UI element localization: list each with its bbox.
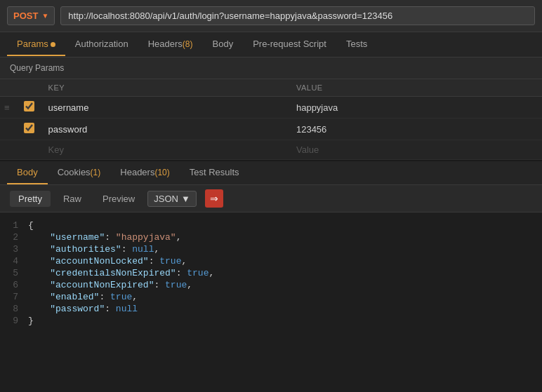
checkbox-col-header <box>17 79 41 97</box>
method-label: POST <box>13 11 38 21</box>
value-cell-2: 123456 <box>289 119 542 140</box>
value-cell-1: happyjava <box>289 97 542 119</box>
row-checkbox-2[interactable] <box>24 123 34 133</box>
tab-tests[interactable]: Tests <box>336 33 377 56</box>
value-placeholder[interactable]: Value <box>289 140 542 160</box>
drag-handle-icon <box>0 119 17 140</box>
json-line-7: 7 "enabled": true, <box>0 291 542 303</box>
key-cell-1: username <box>41 97 289 119</box>
json-line-8: 8 "password": null <box>0 303 542 315</box>
response-body: 1 { 2 "username": "happyjava", 3 "author… <box>0 212 542 392</box>
pretty-btn[interactable]: Pretty <box>10 191 51 207</box>
response-toolbar: Pretty Raw Preview JSON ▼ ⇒ <box>0 185 542 212</box>
tab-body[interactable]: Body <box>203 33 244 56</box>
tab-test-results[interactable]: Test Results <box>180 161 249 184</box>
tab-response-headers[interactable]: Headers(10) <box>110 161 179 184</box>
json-line-5: 5 "credentialsNonExpired": true, <box>0 267 542 279</box>
drag-handle-icon: ≡ <box>0 97 17 119</box>
raw-btn[interactable]: Raw <box>55 191 90 207</box>
tab-cookies[interactable]: Cookies(1) <box>48 161 111 184</box>
tab-pre-request[interactable]: Pre-request Script <box>243 33 336 56</box>
preview-btn[interactable]: Preview <box>94 191 143 207</box>
drag-col-header <box>0 79 17 97</box>
tab-headers[interactable]: Headers(8) <box>138 33 203 56</box>
json-line-9: 9 } <box>0 315 542 327</box>
json-line-4: 4 "accountNonLocked": true, <box>0 255 542 267</box>
row-checkbox-col <box>17 119 41 140</box>
table-row: password 123456 <box>0 119 542 140</box>
method-dropdown[interactable]: POST ▼ <box>7 6 55 25</box>
request-tabs: Params Authorization Headers(8) Body Pre… <box>0 32 542 58</box>
url-bar: POST ▼ <box>0 0 542 32</box>
response-tabs: Body Cookies(1) Headers(10) Test Results <box>0 160 542 185</box>
row-checkbox-1[interactable] <box>24 101 34 111</box>
json-line-3: 3 "authorities": null, <box>0 243 542 255</box>
row-checkbox-col <box>17 140 41 160</box>
params-table: KEY VALUE ≡ username happyjava password … <box>0 79 542 160</box>
chevron-down-icon: ▼ <box>181 194 190 204</box>
format-select[interactable]: JSON ▼ <box>147 191 197 207</box>
format-label: JSON <box>154 194 178 204</box>
table-row: ≡ username happyjava <box>0 97 542 119</box>
drag-handle-icon <box>0 140 17 160</box>
key-placeholder[interactable]: Key <box>41 140 289 160</box>
row-checkbox-col <box>17 97 41 119</box>
json-line-1: 1 { <box>0 219 542 231</box>
key-col-header: KEY <box>41 79 289 97</box>
tab-response-body[interactable]: Body <box>7 161 48 184</box>
params-dot <box>51 42 55 47</box>
wrap-button[interactable]: ⇒ <box>205 189 223 208</box>
url-input[interactable] <box>60 6 535 25</box>
table-row-empty: Key Value <box>0 140 542 160</box>
tab-authorization[interactable]: Authorization <box>65 33 138 56</box>
chevron-down-icon: ▼ <box>41 12 48 20</box>
json-line-2: 2 "username": "happyjava", <box>0 231 542 243</box>
tab-params[interactable]: Params <box>7 33 65 56</box>
value-col-header: VALUE <box>289 79 542 97</box>
query-params-header: Query Params <box>0 58 542 79</box>
key-cell-2: password <box>41 119 289 140</box>
json-line-6: 6 "accountNonExpired": true, <box>0 279 542 291</box>
